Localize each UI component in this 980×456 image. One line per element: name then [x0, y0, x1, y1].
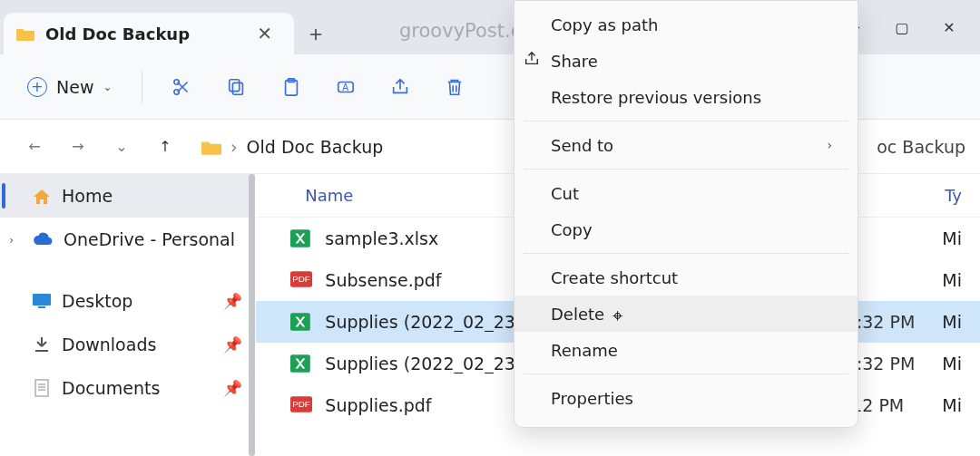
new-tab-button[interactable]: ＋: [294, 13, 338, 54]
ctx-create-shortcut[interactable]: Create shortcut: [514, 259, 858, 296]
share-icon: [524, 51, 540, 71]
folder-icon: [16, 26, 34, 41]
breadcrumb-sep: ›: [230, 137, 238, 157]
plus-icon: +: [27, 77, 47, 97]
sidebar-item-documents[interactable]: Documents 📌: [0, 366, 255, 410]
sidebar-item-downloads[interactable]: Downloads 📌: [0, 323, 255, 366]
sidebar-item-desktop[interactable]: Desktop 📌: [0, 279, 255, 323]
sidebar-item-onedrive[interactable]: › OneDrive - Personal: [0, 218, 255, 261]
recent-locations-button[interactable]: ⌄: [102, 127, 142, 167]
sidebar-item-label: Home: [62, 186, 113, 206]
folder-icon: [201, 139, 221, 155]
ctx-rename[interactable]: Rename: [514, 332, 858, 368]
forward-button[interactable]: →: [58, 127, 98, 167]
desktop-icon: [33, 294, 51, 308]
close-window-button[interactable]: ✕: [926, 9, 973, 45]
close-tab-button[interactable]: ✕: [250, 19, 279, 48]
pin-icon: 📌: [223, 335, 242, 354]
ctx-restore-previous[interactable]: Restore previous versions: [514, 79, 858, 115]
active-tab[interactable]: Old Doc Backup ✕: [4, 13, 294, 54]
pdf-icon: [290, 270, 312, 290]
download-icon: [33, 335, 51, 354]
share-button[interactable]: [377, 63, 424, 111]
pin-icon: 📌: [223, 379, 242, 397]
column-type[interactable]: Ty: [945, 186, 980, 205]
ctx-send-to[interactable]: Send to›: [514, 127, 858, 163]
cursor-icon: ⌖: [612, 305, 622, 326]
new-button-label: New: [56, 77, 93, 97]
back-button[interactable]: ←: [15, 127, 54, 167]
new-button[interactable]: + New ⌄: [15, 70, 125, 104]
sidebar-scrollbar[interactable]: [249, 174, 255, 456]
excel-icon: [290, 354, 312, 374]
context-menu: Copy as path Share Restore previous vers…: [514, 0, 858, 428]
chevron-right-icon: ›: [827, 138, 832, 152]
delete-button[interactable]: [431, 63, 478, 111]
sidebar-item-label: OneDrive - Personal: [64, 229, 235, 249]
file-type: Mi: [942, 312, 980, 332]
cut-button[interactable]: [159, 63, 206, 111]
trash-icon: [445, 77, 465, 97]
pdf-icon: [290, 395, 312, 415]
ctx-copy-as-path[interactable]: Copy as path: [514, 6, 858, 43]
cloud-icon: [33, 232, 53, 247]
copy-button[interactable]: [213, 63, 260, 111]
file-type: Mi: [942, 270, 980, 290]
navigation-pane: Home › OneDrive - Personal Desktop 📌 Dow…: [0, 174, 256, 456]
maximize-button[interactable]: ▢: [878, 9, 926, 45]
up-button[interactable]: ↑: [145, 127, 185, 167]
copy-icon: [227, 77, 247, 97]
expand-icon[interactable]: ›: [9, 233, 14, 247]
pin-icon: 📌: [223, 292, 242, 310]
svg-rect-8: [232, 82, 242, 94]
scissors-icon: [172, 77, 192, 97]
chevron-down-icon: ⌄: [103, 81, 112, 93]
sidebar-item-label: Downloads: [62, 335, 156, 354]
ctx-delete[interactable]: Delete ⌖: [514, 296, 858, 332]
excel-icon: [290, 312, 312, 332]
clipboard-icon: [281, 77, 301, 97]
file-type: Mi: [942, 354, 980, 374]
ctx-properties[interactable]: Properties: [514, 380, 858, 416]
ctx-cut[interactable]: Cut: [514, 175, 858, 211]
sidebar-item-label: Documents: [62, 378, 160, 398]
svg-text:A: A: [342, 82, 348, 92]
breadcrumb[interactable]: › Old Doc Backup: [201, 137, 383, 157]
share-icon: [390, 77, 410, 97]
file-type: Mi: [942, 228, 980, 248]
paste-button[interactable]: [268, 63, 315, 111]
ctx-share[interactable]: Share: [514, 43, 858, 79]
tab-title: Old Doc Backup: [45, 24, 190, 44]
excel-icon: [290, 228, 312, 248]
sidebar-item-home[interactable]: Home: [0, 174, 255, 218]
rename-icon: A: [336, 77, 356, 97]
document-icon: [33, 379, 51, 397]
ctx-copy[interactable]: Copy: [514, 211, 858, 247]
rename-button[interactable]: A: [322, 63, 369, 111]
file-type: Mi: [942, 395, 980, 415]
search-placeholder-fragment[interactable]: oc Backup: [877, 137, 965, 157]
sidebar-item-label: Desktop: [62, 291, 132, 311]
home-icon: [33, 188, 51, 204]
svg-rect-9: [229, 79, 239, 91]
breadcrumb-folder[interactable]: Old Doc Backup: [247, 137, 384, 157]
